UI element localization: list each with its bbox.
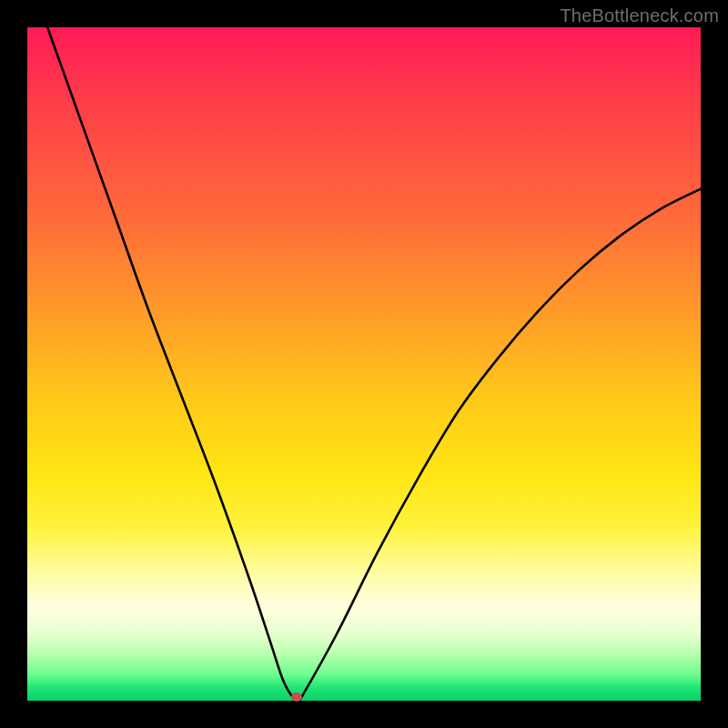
bottleneck-curve <box>27 27 701 701</box>
chart-container: TheBottleneck.com <box>0 0 728 728</box>
optimum-marker <box>291 693 302 702</box>
watermark-text: TheBottleneck.com <box>560 5 719 26</box>
plot-area <box>27 27 701 701</box>
